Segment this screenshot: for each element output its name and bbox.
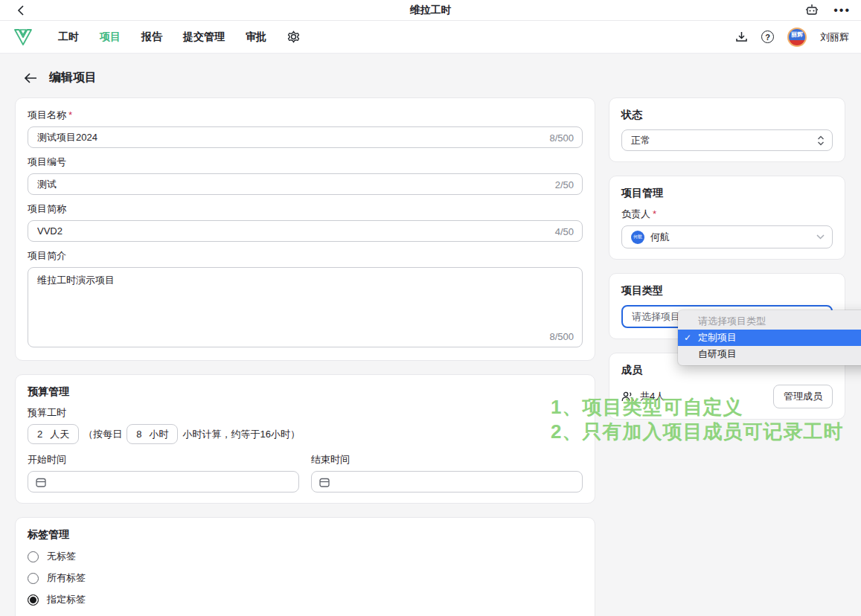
project-name-input[interactable]	[28, 126, 583, 148]
status-value: 正常	[631, 134, 650, 147]
project-type-title: 项目类型	[621, 284, 833, 298]
calendar-icon	[319, 477, 330, 487]
check-icon: ✓	[684, 330, 691, 346]
dropdown-option-self-developed-project[interactable]: 自研项目	[678, 346, 861, 362]
radio-checked-icon[interactable]	[28, 594, 39, 606]
project-intro-label: 项目简介	[28, 249, 583, 263]
hours-per-day-value: 8	[136, 429, 141, 440]
owner-name: 何航	[650, 231, 670, 244]
more-icon[interactable]: •••	[833, 7, 851, 14]
basic-info-card: 项目名称* 8/500 项目编号 2/50 项目简称 4/50 项目简介 维拉工…	[15, 97, 595, 361]
start-date-label: 开始时间	[28, 453, 299, 466]
back-arrow-icon[interactable]	[24, 73, 37, 83]
project-manage-title: 项目管理	[621, 187, 833, 200]
updown-chevron-icon	[817, 135, 825, 146]
project-type-dropdown: 请选择项目类型 ✓ 定制项目 自研项目	[678, 310, 861, 365]
help-icon[interactable]: ?	[761, 31, 774, 43]
dropdown-option-custom-project[interactable]: ✓ 定制项目	[678, 330, 861, 346]
end-date-input[interactable]	[311, 471, 583, 493]
manage-members-button[interactable]: 管理成员	[773, 385, 833, 408]
owner-select[interactable]: 何航 何航	[621, 225, 833, 248]
tag-option-specified[interactable]: 指定标签	[28, 593, 583, 606]
project-short-name-label: 项目简称	[28, 202, 583, 216]
project-name-label: 项目名称*	[28, 109, 583, 122]
radio-icon[interactable]	[28, 551, 39, 562]
radio-icon[interactable]	[28, 573, 39, 584]
user-avatar[interactable]: 丽辉	[787, 28, 807, 47]
required-asterisk: *	[68, 109, 72, 121]
required-asterisk: *	[653, 208, 656, 219]
dropdown-option-placeholder[interactable]: 请选择项目类型	[678, 313, 861, 330]
robot-icon[interactable]	[805, 4, 819, 17]
user-name: 刘丽辉	[820, 31, 849, 44]
window-title: 维拉工时	[0, 4, 861, 17]
project-code-label: 项目编号	[28, 155, 583, 169]
window-titlebar: 维拉工时 •••	[0, 0, 861, 21]
nav-item-submissions[interactable]: 提交管理	[183, 31, 225, 44]
budget-card: 预算管理 预算工时 2 人天 （按每日 8 小时 小时计算，约等于16小时） 开…	[15, 374, 595, 504]
budget-days-unit: 人天	[50, 428, 69, 441]
members-title: 成员	[621, 364, 833, 377]
hours-per-day-input[interactable]: 8 小时	[127, 424, 178, 444]
nav-item-approvals[interactable]: 审批	[246, 31, 266, 44]
status-select[interactable]: 正常	[621, 129, 833, 151]
tag-option-all[interactable]: 所有标签	[28, 571, 583, 585]
end-date-label: 结束时间	[311, 453, 583, 466]
budget-days-input[interactable]: 2 人天	[28, 424, 79, 444]
settings-gear-icon[interactable]	[287, 31, 300, 43]
nav-item-projects[interactable]: 项目	[100, 31, 121, 44]
chevron-down-icon	[816, 234, 825, 240]
project-code-input[interactable]	[28, 173, 583, 195]
budget-hours-label: 预算工时	[28, 406, 583, 420]
tag-option-none[interactable]: 无标签	[28, 550, 583, 563]
nav-item-reports[interactable]: 报告	[141, 31, 162, 44]
start-date-input[interactable]	[28, 471, 299, 493]
tag-option-specified-label: 指定标签	[47, 593, 86, 606]
tags-title: 标签管理	[28, 528, 583, 542]
app-navbar: 工时 项目 报告 提交管理 审批 ? 丽辉 刘丽辉	[0, 21, 861, 54]
tag-option-all-label: 所有标签	[47, 571, 86, 585]
project-manage-card: 项目管理 负责人* 何航 何航	[609, 176, 845, 260]
status-card: 状态 正常	[609, 97, 845, 162]
page-header: 编辑项目	[0, 54, 861, 90]
budget-tail-text: 小时计算，约等于16小时）	[182, 428, 299, 441]
budget-days-value: 2	[37, 429, 42, 440]
people-icon	[621, 391, 634, 402]
tags-card: 标签管理 无标签 所有标签 指定标签 记录工时时，可以从指定标签进行选择 任务:…	[15, 517, 595, 616]
project-short-name-input[interactable]	[28, 220, 583, 242]
owner-avatar: 何航	[631, 231, 644, 244]
owner-label: 负责人*	[621, 208, 833, 221]
budget-mid-text: （按每日	[83, 428, 122, 441]
members-count: 共4人	[640, 390, 665, 403]
download-icon[interactable]	[735, 31, 748, 43]
budget-title: 预算管理	[28, 385, 583, 399]
status-title: 状态	[621, 109, 833, 122]
hours-per-day-unit: 小时	[149, 428, 168, 441]
calendar-icon	[36, 477, 46, 487]
project-intro-textarea[interactable]: 维拉工时演示项目	[28, 267, 583, 347]
tag-option-none-label: 无标签	[47, 550, 76, 563]
app-logo-icon[interactable]	[12, 26, 34, 48]
page-title: 编辑项目	[49, 70, 97, 86]
nav-item-timesheet[interactable]: 工时	[58, 31, 79, 44]
